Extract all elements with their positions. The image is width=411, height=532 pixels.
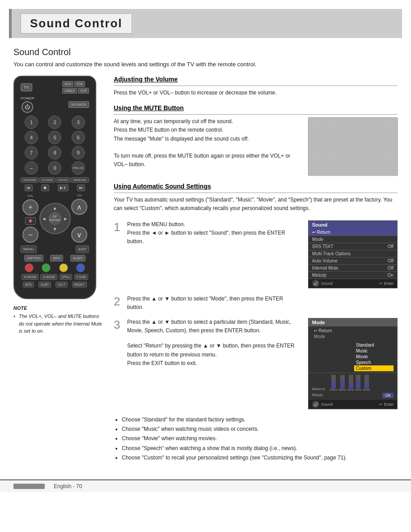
a-mode-button[interactable]: A-MODE [21, 274, 39, 280]
exit-button[interactable]: EXIT [76, 245, 89, 253]
ch-mgr-button[interactable]: CH.MGR [39, 177, 56, 183]
tv-button[interactable]: TV [21, 83, 32, 91]
num-0[interactable]: 0 [48, 161, 61, 175]
vol-down-button[interactable]: – [22, 227, 39, 243]
mute-button[interactable]: 🔇 [25, 217, 36, 225]
info-button[interactable]: INFO [50, 255, 63, 262]
num-9[interactable]: 9 [72, 146, 85, 159]
stop-button[interactable]: ⏹ [41, 184, 49, 191]
main-content: Sound Control You can control and custom… [0, 38, 411, 479]
play-pause-button[interactable]: ▶⏸ [58, 184, 68, 191]
ch-label: CH [77, 194, 81, 197]
step1-screenshot: Sound ↩ Return Mode SRS T5XTOff Multi-Tr… [308, 220, 398, 288]
mode-label: Mode [312, 334, 394, 339]
rew-button[interactable]: ⏮ [25, 184, 33, 191]
power-label: POWER [21, 96, 34, 100]
menu-button[interactable]: MENU [21, 245, 37, 253]
note-title: NOTE [13, 305, 103, 311]
still-button[interactable]: STILL [60, 274, 73, 280]
num-2[interactable]: 2 [48, 116, 61, 129]
num-4[interactable]: 4 [25, 131, 38, 144]
subt-button[interactable]: SUBT [39, 282, 51, 287]
mute-content: At any time, you can temporarily cut off… [114, 117, 398, 176]
step3-extra: Select "Return" by pressing the ▲ or ▼ b… [127, 342, 301, 368]
mode-music: Music [354, 348, 394, 354]
num-3[interactable]: 3 [72, 116, 85, 129]
ch-t-button[interactable]: CH.T [56, 282, 67, 287]
fav-ch-button[interactable]: FAV.CH [56, 177, 71, 183]
antenna-button[interactable]: ANTENNA [21, 177, 39, 183]
mode-menu: Mode ↩ Return Mode Standard Music [308, 318, 398, 409]
auto-sound-title: Using Automatic Sound Settings [114, 183, 398, 190]
vcr-button[interactable]: VCR [78, 88, 89, 94]
nav-up-button[interactable]: ▲ [53, 206, 57, 210]
num-5[interactable]: 5 [48, 131, 61, 144]
menu-auto-volume: Auto VolumeOff [308, 257, 397, 265]
color-yellow-button[interactable] [59, 263, 68, 272]
mute-title: Using the MUTE Button [114, 104, 398, 112]
ch-up-button[interactable]: ∧ [71, 199, 87, 215]
remote-control: TV DVD STB CABLE VCR [13, 76, 96, 299]
step1-section: 1 Press the MENU button.Press the ◄ or ►… [114, 220, 398, 288]
sound-menu-title: Sound [308, 221, 397, 229]
reset-label: Reset [312, 393, 323, 398]
color-blue-button[interactable] [76, 263, 85, 272]
mute-section: Using the MUTE Button At any time, you c… [114, 104, 398, 176]
ok-label: OK [382, 393, 394, 398]
source-button[interactable]: SOURCE [68, 101, 89, 108]
content-columns: TV DVD STB CABLE VCR [13, 76, 398, 466]
mts-button[interactable]: MTS [23, 282, 34, 287]
num-1[interactable]: 1 [25, 116, 38, 129]
enter-button[interactable]: GPENTER [49, 212, 61, 225]
page-footer: English - 70 [0, 479, 411, 492]
nav-right-button[interactable]: ► [64, 216, 68, 221]
mode-custom: Custom [354, 365, 394, 371]
vol-up-button[interactable]: + [22, 199, 39, 215]
nav-left-button[interactable]: ◄ [42, 216, 47, 221]
step2-number: 2 [114, 295, 123, 309]
num-6[interactable]: 6 [72, 131, 85, 144]
mode-standard: Standard [354, 342, 394, 348]
color-red-button[interactable] [25, 263, 34, 272]
mute-text: At any time, you can temporarily cut off… [114, 117, 301, 176]
menu-srs: SRS T5XTOff [308, 243, 397, 250]
step2-left: 2 Press the ▲ or ▼ button to select "Mod… [114, 295, 301, 312]
footer-text: English - 70 [54, 483, 82, 489]
num-dash[interactable]: – [25, 161, 38, 175]
caption-button[interactable]: CAPTION [24, 255, 43, 262]
mode-menu-footer: 🔊 Sound ↵ Enter [308, 400, 397, 409]
footer-bar [13, 484, 45, 489]
header-title: Sound Control [21, 13, 132, 34]
mute-line4: To turn mute off, press the MUTE button … [114, 152, 301, 169]
ff-button[interactable]: ⏭ [77, 184, 85, 191]
bullet-list: Choose "Standard" for the standard facto… [122, 416, 398, 462]
cable-button[interactable]: CABLE [62, 88, 77, 94]
step3-section: 3 Press the ▲ or ▼ button to select a pa… [114, 318, 398, 409]
bullet-3: Choose "Movie" when watching movies. [122, 434, 398, 443]
adjusting-text: Press the VOL+ or VOL– button to increas… [114, 89, 398, 97]
mute-screen-image: 🔇 Mute [308, 117, 398, 176]
num-8[interactable]: 8 [48, 146, 61, 159]
wiselink-button[interactable]: WISELINK [71, 177, 89, 183]
adjusting-title: Adjusting the Volume [114, 76, 398, 83]
sleep-button[interactable]: SLEEP [70, 255, 86, 262]
menu-internal-mute: Internal MuteOff [308, 265, 397, 272]
nav-down-button[interactable]: ▼ [53, 227, 57, 232]
dvd-button[interactable]: DVD [62, 81, 73, 87]
mode-sound-icon: 🔊 [312, 401, 319, 408]
num-7[interactable]: 7 [25, 146, 38, 159]
ch-down-button[interactable]: ∨ [71, 227, 87, 243]
s-mode-button[interactable]: S-MODE [40, 274, 57, 280]
reset-button[interactable]: RESET [72, 282, 87, 287]
step1-left: 1 Press the MENU button.Press the ◄ or ►… [114, 220, 301, 288]
step3-number: 3 [114, 318, 123, 332]
step2-section: 2 Press the ▲ or ▼ button to select "Mod… [114, 295, 398, 312]
power-button[interactable]: ⏻ [21, 101, 33, 113]
stb-button[interactable]: STB [74, 81, 85, 87]
step2-text: Press the ▲ or ▼ button to select "Mode"… [127, 295, 301, 312]
p-size-button[interactable]: P.SIZE [74, 274, 88, 280]
color-green-button[interactable] [42, 263, 51, 272]
auto-sound-text: Your TV has automatic sound settings ("S… [114, 196, 398, 213]
mode-movie: Movie [354, 354, 394, 360]
pre-ch-button[interactable]: PRE-CH [72, 161, 85, 175]
